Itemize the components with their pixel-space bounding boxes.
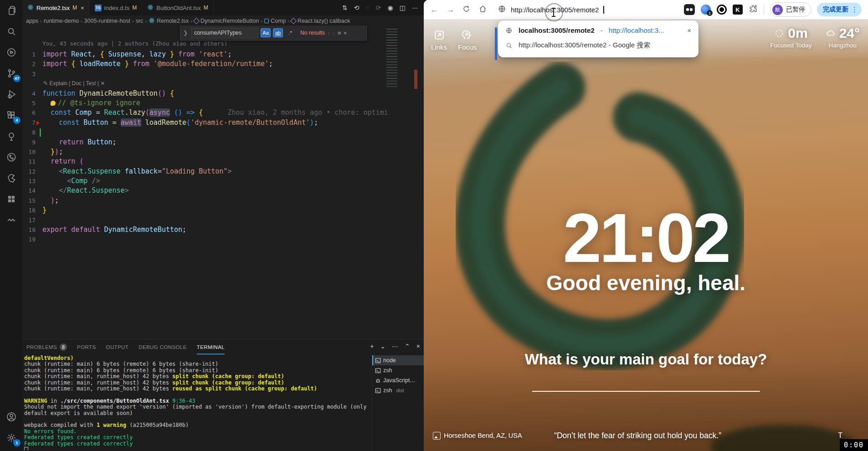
editor-action-icon[interactable]: ◌	[365, 4, 369, 11]
terminal-list-item-JavaScript…[interactable]: JavaScript…	[372, 375, 424, 385]
code-line[interactable]: 6 const Comp = React.lazy(async () => { …	[22, 108, 424, 118]
extensions-puzzle-icon[interactable]	[749, 4, 758, 15]
activity-extensions-icon[interactable]: 4	[0, 105, 22, 126]
activity-grid-icon[interactable]	[0, 189, 22, 210]
minimap[interactable]	[386, 29, 397, 88]
find-prev-button[interactable]: ↑	[327, 30, 330, 36]
panel-action-icon[interactable]: ⋯	[392, 343, 398, 350]
activity-testing-icon[interactable]	[0, 126, 22, 147]
tab-ButtonOldAnt.tsx[interactable]: ButtonOldAnt.tsxM	[142, 0, 214, 15]
accounts-icon[interactable]	[0, 406, 22, 427]
code-line[interactable]: 17	[22, 215, 424, 225]
whole-word-toggle[interactable]: ab	[273, 28, 283, 37]
tab-Remote2.tsx[interactable]: Remote2.tsxM×	[22, 0, 90, 15]
forward-button[interactable]: →	[446, 5, 454, 14]
remove-suggestion-icon[interactable]: ×	[687, 26, 691, 34]
editor-action-icon[interactable]: ◉	[388, 4, 393, 11]
links-button[interactable]: Links	[431, 29, 447, 51]
code-editor[interactable]: You, 43 seconds ago | 2 authors (Zhou xi…	[22, 26, 424, 339]
panel-tab-terminal[interactable]: TERMINAL	[197, 340, 225, 354]
omnibox-suggestion[interactable]: http://localhost:3005/remote2 - Google 搜…	[498, 38, 699, 53]
url-text[interactable]: http://localhost:3005/remote2	[511, 6, 599, 14]
code-line[interactable]: 19	[22, 235, 424, 244]
breadcrumb-item[interactable]: 3005-runtime-host	[84, 18, 130, 24]
code-line[interactable]: 5 // @ts-ignore ignore	[22, 98, 424, 108]
reload-button[interactable]	[462, 5, 471, 15]
breadcrumb-item[interactable]: Comp	[264, 18, 286, 24]
panel-action-icon[interactable]: ⌃	[405, 343, 410, 350]
editor-action-icon[interactable]: ⟳	[376, 4, 381, 11]
find-input[interactable]	[191, 28, 258, 38]
extension-dark-icon[interactable]	[684, 4, 695, 15]
site-info-globe-icon[interactable]	[498, 5, 506, 15]
code-line[interactable]: 8	[22, 128, 424, 137]
kagi-extension-icon[interactable]: K	[733, 5, 743, 15]
editor-action-icon[interactable]: ⇅	[342, 4, 348, 11]
focus-button[interactable]: Focus	[458, 29, 477, 51]
weather-widget[interactable]: 24° Hangzhou	[826, 26, 860, 49]
settings-gear-icon[interactable]: 1	[0, 427, 22, 448]
code-line[interactable]: 11 return (	[22, 157, 424, 166]
code-line[interactable]: 3	[22, 69, 424, 79]
code-line[interactable]: 9 return Button;	[22, 138, 424, 147]
extension-ring-icon[interactable]	[717, 5, 727, 15]
code-line[interactable]: 1import React, { Suspense, lazy } from '…	[22, 50, 424, 59]
terminal-output[interactable]: defaultVendors)chunk (runtime: main) 6 b…	[24, 355, 371, 450]
code-line[interactable]: 13 <Comp />	[22, 176, 424, 186]
activity-waves-icon[interactable]	[0, 210, 22, 231]
breadcrumb-item[interactable]: DynamicRemoteButton	[194, 18, 259, 24]
activity-search-icon[interactable]	[0, 21, 22, 42]
activity-git-graph-icon[interactable]	[0, 147, 22, 168]
panel-tab-debug-console[interactable]: DEBUG CONSOLE	[139, 340, 187, 354]
browser-menu-icon[interactable]: ⋮	[851, 5, 858, 14]
code-line[interactable]: 12 <React.Suspense fallback="Loading But…	[22, 167, 424, 176]
find-expand-chevron[interactable]: ❯	[183, 30, 188, 36]
activity-source-control-icon[interactable]: 47	[0, 63, 22, 84]
tab-index.d.ts[interactable]: TSindex.d.tsM	[90, 0, 143, 15]
match-case-toggle[interactable]: Aa	[261, 28, 271, 37]
find-next-button[interactable]: ↓	[333, 30, 336, 36]
extension-blue-icon[interactable]: 1	[701, 5, 711, 15]
codelens-actions[interactable]: ✎ Explain | Doc | Test | ✕	[22, 79, 424, 88]
profile-paused-button[interactable]: 航 已暂停	[770, 2, 811, 17]
omnibox-suggestion[interactable]: localhost:3005/remote2 - http://localhos…	[498, 23, 699, 38]
panel-action-icon[interactable]: ⌄	[380, 343, 385, 350]
tab-close-icon[interactable]: ×	[81, 5, 84, 11]
breadcrumb-item[interactable]: src	[136, 18, 144, 24]
code-line[interactable]: 14 </React.Suspense>	[22, 186, 424, 195]
goal-input-underline[interactable]	[532, 391, 760, 392]
find-in-selection-button[interactable]: ≡	[338, 30, 341, 36]
code-line[interactable]: 10 });	[22, 147, 424, 157]
back-button[interactable]: ←	[430, 5, 438, 14]
panel-tab-ports[interactable]: PORTS	[77, 340, 96, 354]
code-line[interactable]: 16}	[22, 205, 424, 215]
code-line[interactable]: 18export default DynamicRemoteButton;	[22, 225, 424, 235]
finish-update-button[interactable]: 完成更新 ⋮	[817, 3, 862, 16]
activity-explorer-icon[interactable]	[0, 0, 22, 21]
editor-action-icon[interactable]: ⋯	[412, 4, 418, 11]
activity-custom-shape-icon[interactable]	[0, 168, 22, 189]
terminal-list-item-node[interactable]: node	[372, 355, 424, 365]
panel-action-icon[interactable]: +	[370, 343, 374, 350]
breadcrumb-item[interactable]: runtime-demo	[44, 18, 79, 24]
activity-debug-icon[interactable]	[0, 84, 22, 105]
panel-action-icon[interactable]: ×	[416, 343, 420, 350]
breadcrumb-item[interactable]: React.lazy() callback	[291, 18, 350, 24]
focused-time-widget[interactable]: 0m Focused Today	[770, 26, 812, 49]
terminal-list-item-zsh[interactable]: zshdist	[372, 385, 424, 395]
find-close-button[interactable]: ×	[344, 30, 347, 36]
panel-tab-output[interactable]: OUTPUT	[106, 340, 129, 354]
code-line[interactable]: 15 );	[22, 196, 424, 205]
panel-tab-problems[interactable]: PROBLEMS8	[26, 340, 67, 354]
code-line[interactable]: 2import { loadRemote } from '@module-fed…	[22, 59, 424, 69]
regex-toggle[interactable]: .*	[285, 28, 295, 37]
editor-action-icon[interactable]: ◫	[400, 4, 406, 11]
breadcrumb-item[interactable]: apps	[26, 18, 38, 24]
terminal-list-item-zsh[interactable]: zsh	[372, 365, 424, 375]
editor-action-icon[interactable]: ⟲	[354, 4, 360, 11]
breadcrumb-item[interactable]: Remote2.tsx	[149, 17, 189, 25]
activity-remote-run-icon[interactable]	[0, 42, 22, 63]
home-button[interactable]	[478, 5, 487, 15]
omnibox[interactable]: http://localhost:3005/remote2	[498, 5, 604, 15]
code-line[interactable]: 7 const Button = await loadRemote('dynam…	[22, 118, 424, 128]
